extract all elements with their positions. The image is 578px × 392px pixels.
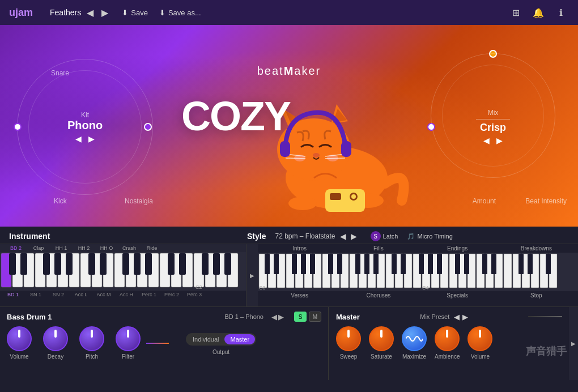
style-next-button[interactable]: ▶: [351, 232, 357, 241]
controls-row: Bass Drum 1 BD 1 – Phono ◀ ▶ S M Volume: [0, 306, 578, 380]
preset-next-button[interactable]: ▶: [278, 313, 284, 321]
svg-rect-13: [280, 141, 290, 157]
kbd-label-ride: Ride: [141, 245, 163, 251]
svg-rect-43: [20, 253, 27, 275]
save-as-button[interactable]: ⬇ Save as...: [159, 8, 201, 17]
sweep-knob[interactable]: [336, 326, 361, 351]
cat-choruses: Choruses: [339, 292, 418, 299]
output-section: Individual Master Output: [186, 333, 256, 355]
kit-ring-dot-right[interactable]: [144, 123, 152, 131]
sweep-knob-item: Sweep: [336, 326, 361, 360]
svg-rect-106: [455, 254, 460, 274]
style-prev-button[interactable]: ◀: [340, 232, 346, 241]
mix-area: Mix Crisp ◀ ▶: [431, 53, 555, 201]
pitch-label: Pitch: [86, 353, 98, 360]
kit-area: Kit Phono ◀ ▶: [17, 59, 153, 195]
micro-timing-icon: 🎵: [407, 233, 415, 240]
svg-point-20: [351, 194, 356, 199]
svg-line-12: [325, 158, 345, 159]
svg-rect-96: [328, 254, 333, 274]
kit-next-button[interactable]: ▶: [88, 134, 95, 143]
preset-arrows: ◀ ▶: [271, 313, 284, 321]
prev-preset-button[interactable]: ◀: [84, 6, 96, 19]
master-prev-button[interactable]: ◀: [454, 313, 460, 321]
svg-rect-91: [265, 254, 270, 274]
kbd-label-perc1: Perc 1: [138, 292, 160, 297]
grid-view-button[interactable]: ⊞: [508, 5, 524, 20]
svg-rect-111: [528, 254, 533, 274]
kbd-label-perc2: Perc 2: [161, 292, 182, 297]
instrument-kbd-top-labels: BD 2 Clap HH 1 HH 2 HH O Crash Ride: [0, 244, 246, 252]
instrument-piano[interactable]: C2: [0, 252, 246, 291]
mute-button[interactable]: M: [309, 312, 321, 322]
bottom-section: Instrument Style 72 bpm – Floatstate ◀ ▶…: [0, 227, 578, 392]
solo-mute-group: S M: [294, 312, 321, 322]
master-next-button[interactable]: ▶: [462, 313, 468, 321]
info-button[interactable]: ℹ: [553, 5, 569, 20]
svg-rect-56: [224, 253, 231, 275]
cat-verses: Verses: [260, 292, 339, 299]
svg-point-6: [313, 153, 320, 157]
collapse-arrow[interactable]: ▶: [246, 244, 258, 306]
pitch-knob-item: Pitch: [79, 326, 104, 360]
decay-label: Decay: [48, 353, 63, 360]
top-right-icons: ⊞ 🔔 ℹ: [508, 5, 569, 20]
svg-rect-92: [274, 254, 279, 274]
svg-text:C4: C4: [422, 285, 429, 291]
mix-center: Mix Crisp ◀ ▶: [476, 109, 510, 145]
svg-rect-104: [428, 254, 433, 274]
latch-button[interactable]: S Latch: [371, 231, 398, 241]
kbd-label-perc3: Perc 3: [184, 292, 205, 297]
maximize-label: Maximize: [402, 353, 426, 360]
topbar: ujam Feathers ◀ ▶ ⬇ Save ⬇ Save as... ⊞ …: [0, 0, 578, 25]
kit-ring-dot-left[interactable]: [14, 123, 22, 131]
svg-rect-105: [437, 254, 442, 274]
right-expand-arrow[interactable]: ▶: [569, 307, 578, 380]
style-title: Style: [247, 232, 266, 241]
decay-knob[interactable]: [43, 326, 68, 351]
svg-rect-55: [213, 253, 220, 275]
master-volume-knob[interactable]: [468, 326, 492, 351]
instrument-keyboard: BD 2 Clap HH 1 HH 2 HH O Crash Ride: [0, 244, 246, 306]
svg-rect-48: [100, 253, 107, 275]
notifications-button[interactable]: 🔔: [530, 5, 546, 20]
solo-button[interactable]: S: [294, 312, 307, 322]
instrument-controls: Bass Drum 1 BD 1 – Phono ◀ ▶ S M Volume: [0, 307, 329, 380]
svg-text:C2: C2: [196, 284, 202, 290]
maximize-knob[interactable]: [402, 326, 427, 351]
master-title: Master: [336, 313, 360, 321]
svg-rect-99: [364, 254, 369, 274]
master-toggle-button[interactable]: Master: [224, 334, 255, 344]
next-preset-button[interactable]: ▶: [99, 6, 110, 19]
preset-prev-button[interactable]: ◀: [271, 313, 277, 321]
kbd-label-sn1: SN 1: [25, 292, 46, 297]
micro-timing-button[interactable]: 🎵 Micro Timing: [407, 233, 452, 240]
kbd-label-sn2: SN 2: [48, 292, 69, 297]
ambience-label: Ambience: [435, 353, 460, 360]
svg-rect-85: [504, 254, 512, 288]
mix-prev-button[interactable]: ◀: [483, 136, 490, 145]
ambience-knob[interactable]: [435, 326, 460, 351]
svg-rect-50: [134, 253, 141, 275]
kit-prev-button[interactable]: ◀: [75, 134, 82, 143]
cat-breakdowns: Breakdowns: [497, 245, 576, 252]
pitch-knob[interactable]: [79, 326, 104, 351]
cat-fills: Fills: [339, 245, 418, 252]
save-button[interactable]: ⬇ Save: [122, 8, 148, 17]
filter-knob[interactable]: [116, 326, 141, 351]
preset-name: Feathers: [50, 8, 81, 17]
svg-rect-112: [546, 254, 551, 274]
volume-knob[interactable]: [7, 326, 32, 351]
decay-knob-item: Decay: [43, 326, 68, 360]
mix-divider: [476, 119, 510, 120]
cat-illustration: [257, 70, 416, 212]
master-arrows: ◀ ▶: [454, 312, 468, 322]
saturate-knob[interactable]: [369, 326, 394, 351]
kbd-label-accl: Acc L: [70, 292, 92, 297]
svg-rect-51: [145, 253, 152, 275]
kbd-label-hho: HH O: [95, 245, 118, 251]
style-piano[interactable]: C3 C4: [258, 253, 578, 291]
svg-rect-103: [419, 254, 424, 274]
individual-button[interactable]: Individual: [187, 334, 224, 344]
mix-next-button[interactable]: ▶: [496, 136, 503, 145]
